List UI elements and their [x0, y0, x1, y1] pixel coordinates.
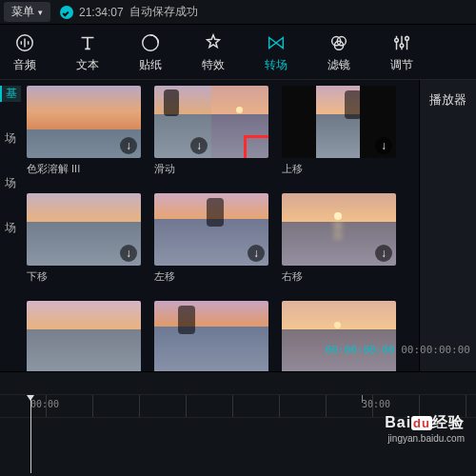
thumbnail — [154, 301, 268, 373]
sidebar-item-2[interactable]: 场 — [5, 175, 16, 191]
download-icon[interactable]: ↓ — [120, 137, 137, 154]
thumbnail: ↓ — [282, 193, 396, 266]
tab-label: 特效 — [202, 57, 225, 73]
playhead[interactable] — [30, 397, 31, 473]
check-icon — [60, 6, 73, 19]
tab-effects[interactable]: 特效 — [194, 32, 232, 73]
autosave-status: 21:34:07 自动保存成功 — [60, 4, 198, 20]
card-title: 右移 — [282, 269, 396, 284]
tab-audio[interactable]: 音频 — [6, 32, 44, 73]
transition-card[interactable]: ↓ 下移 — [27, 193, 141, 284]
transition-card[interactable]: 色彩溶解 II ↓ 上移 — [282, 84, 396, 176]
thumbnail: ↓ — [282, 86, 396, 158]
download-icon[interactable]: ↓ — [375, 245, 392, 262]
tab-label: 文本 — [76, 57, 99, 73]
thumbnail: ↓ — [154, 86, 268, 158]
tab-label: 滤镜 — [327, 57, 350, 73]
tab-label: 调节 — [390, 57, 413, 73]
tab-transition[interactable]: 转场 — [257, 32, 295, 73]
effects-icon — [203, 32, 224, 53]
tab-label: 贴纸 — [139, 57, 162, 73]
text-icon — [77, 32, 98, 53]
thumbnail: ↓ — [27, 193, 141, 266]
svg-point-6 — [400, 44, 404, 48]
thumbnail — [27, 301, 141, 373]
transition-icon — [266, 32, 287, 53]
transition-card[interactable] — [27, 301, 141, 373]
sidebar-item-basic[interactable]: 基 — [0, 86, 21, 102]
sticker-icon — [140, 32, 161, 53]
sidebar-item-3[interactable]: 场 — [5, 220, 16, 236]
ruler-tick: 30:00 — [362, 399, 390, 409]
watermark-brand: Baidu经验 — [385, 414, 465, 430]
tab-sticker[interactable]: 贴纸 — [131, 32, 169, 73]
menu-label: 菜单 — [11, 4, 34, 20]
thumbnail — [282, 301, 396, 373]
watermark-url: jingyan.baidu.com — [385, 433, 465, 444]
time-total: 00:00:00:00 — [401, 344, 470, 356]
card-title: 滑动 — [154, 162, 268, 176]
transition-card[interactable]: 色彩溶解 ↓ 滑动 — [154, 84, 268, 176]
transition-card[interactable] — [282, 301, 396, 373]
card-title: 下移 — [27, 269, 141, 284]
card-title: 上移 — [282, 162, 396, 176]
sidebar-item-1[interactable]: 场 — [5, 130, 16, 147]
watermark: Baidu经验 jingyan.baidu.com — [385, 413, 465, 444]
tab-adjust[interactable]: 调节 — [383, 32, 421, 73]
player-title: 播放器 — [429, 91, 466, 411]
transition-card[interactable]: ↓ 右移 — [282, 193, 396, 284]
tab-text[interactable]: 文本 — [69, 32, 107, 73]
tab-filter[interactable]: 滤镜 — [320, 32, 358, 73]
autosave-time: 21:34:07 — [79, 6, 124, 19]
adjust-icon — [391, 32, 412, 53]
gallery-grid: 叠加 ↓ 色彩溶解 III 色彩溶解 ↓ 滑动 色彩溶解 I — [27, 84, 415, 373]
transition-card[interactable] — [154, 301, 268, 373]
menu-button[interactable]: 菜单 ▾ — [4, 2, 50, 22]
download-icon[interactable]: ↓ — [248, 245, 265, 262]
time-current: 00:00:00:00 — [326, 344, 395, 356]
download-icon[interactable]: ↓ — [375, 137, 392, 154]
caret-down-icon: ▾ — [38, 8, 43, 17]
tab-label: 音频 — [13, 57, 36, 73]
card-title: 左移 — [154, 269, 268, 284]
download-icon[interactable]: ↓ — [190, 137, 208, 154]
tab-label: 转场 — [265, 57, 288, 73]
filter-icon — [328, 32, 349, 53]
player-timecode: 00:00:00:00 00:00:00:00 — [326, 344, 470, 356]
svg-point-5 — [395, 38, 399, 42]
transition-card[interactable]: ↓ 左移 — [154, 193, 268, 284]
timeline-toolbar — [0, 372, 476, 395]
autosave-text: 自动保存成功 — [129, 4, 198, 20]
download-icon[interactable]: ↓ — [120, 245, 137, 262]
category-tabs: 音频 文本 贴纸 特效 转场 滤镜 调节 — [0, 25, 476, 80]
card-title: 色彩溶解 III — [27, 162, 141, 176]
thumbnail: ↓ — [27, 86, 141, 158]
top-bar: 菜单 ▾ 21:34:07 自动保存成功 — [0, 0, 476, 25]
transition-card[interactable]: 叠加 ↓ 色彩溶解 III — [27, 84, 141, 176]
audio-icon — [14, 32, 35, 53]
ruler-tick: 00:00 — [30, 399, 59, 409]
thumbnail: ↓ — [154, 193, 268, 266]
svg-point-7 — [406, 37, 409, 41]
